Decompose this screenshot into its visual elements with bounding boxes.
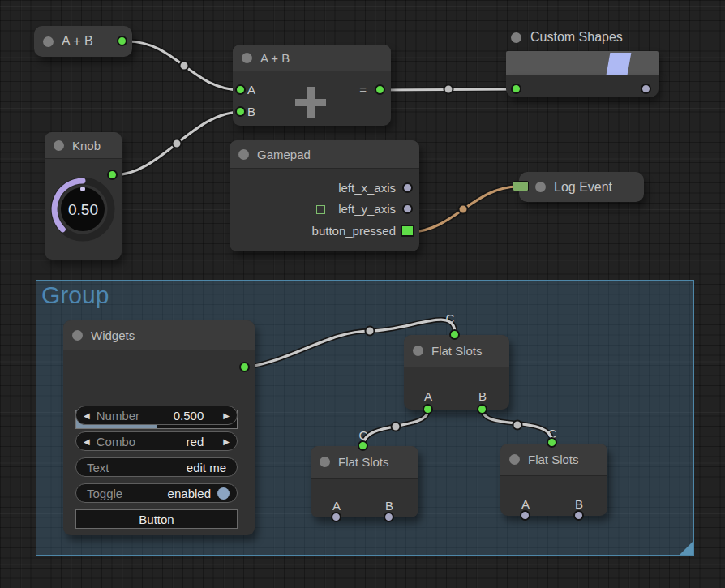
output-port-a[interactable] bbox=[331, 512, 341, 522]
link-dot[interactable] bbox=[173, 139, 182, 148]
node-custom-shapes[interactable]: Custom Shapes bbox=[506, 28, 659, 97]
output-port-left-x[interactable] bbox=[402, 182, 413, 193]
button-label: Button bbox=[139, 513, 174, 526]
input-label-a: A bbox=[247, 82, 255, 98]
event-link-dot[interactable] bbox=[459, 205, 468, 214]
number-label: Number bbox=[97, 409, 139, 423]
arrow-right-icon[interactable]: ▶ bbox=[223, 437, 230, 446]
output-port-left-y[interactable] bbox=[402, 204, 413, 214]
node-flat-slots-right[interactable]: C Flat Slots A B bbox=[500, 444, 607, 516]
combo-label: Combo bbox=[97, 435, 135, 449]
text-label: Text bbox=[87, 461, 109, 474]
output-label-b: B bbox=[474, 388, 491, 405]
combo-value: red bbox=[187, 435, 204, 449]
node-title: Log Event bbox=[554, 180, 612, 195]
link-dot[interactable] bbox=[444, 85, 453, 94]
node-log-event[interactable]: Log Event bbox=[519, 172, 644, 202]
output-port-a[interactable] bbox=[520, 510, 530, 521]
node-add-collapsed[interactable]: A + B bbox=[34, 26, 132, 57]
node-title: A + B bbox=[62, 34, 93, 49]
node-header[interactable]: Widgets bbox=[63, 320, 255, 350]
knob-indicator-icon bbox=[80, 187, 85, 191]
collapse-dot-icon[interactable] bbox=[242, 53, 252, 63]
node-title: Flat Slots bbox=[431, 344, 483, 358]
arrow-right-icon[interactable]: ▶ bbox=[223, 411, 230, 420]
event-input-port[interactable] bbox=[513, 181, 529, 191]
output-label: left_x_axis bbox=[338, 180, 396, 196]
output-port[interactable] bbox=[641, 84, 651, 94]
input-port-c[interactable] bbox=[358, 440, 368, 451]
output-port-b[interactable] bbox=[477, 404, 487, 414]
collapse-dot-icon[interactable] bbox=[413, 346, 423, 356]
output-port[interactable] bbox=[117, 36, 127, 46]
input-port-c[interactable] bbox=[547, 437, 557, 448]
number-value: 0.500 bbox=[174, 409, 204, 423]
plus-icon bbox=[295, 87, 326, 118]
output-port-b[interactable] bbox=[384, 512, 394, 522]
output-port[interactable] bbox=[239, 362, 250, 372]
link-dot[interactable] bbox=[366, 327, 375, 336]
collapse-dot-icon[interactable] bbox=[238, 149, 249, 160]
collapse-dot-icon[interactable] bbox=[54, 140, 64, 151]
node-header[interactable]: Flat Slots bbox=[404, 335, 509, 367]
knob-value: 0.50 bbox=[45, 201, 122, 219]
output-label: = bbox=[350, 82, 367, 98]
node-title: Custom Shapes bbox=[530, 30, 623, 45]
node-header[interactable]: Flat Slots bbox=[500, 444, 607, 476]
input-port-a[interactable] bbox=[235, 84, 246, 95]
node-widgets[interactable]: Widgets Slider 0.500 ◀ Number 0.500 ▶ ◀ … bbox=[63, 320, 255, 535]
arrow-left-icon[interactable]: ◀ bbox=[84, 411, 90, 420]
node-header[interactable]: Flat Slots bbox=[311, 446, 418, 479]
node-title: Knob bbox=[72, 139, 101, 152]
input-label-b: B bbox=[247, 104, 255, 120]
text-widget[interactable]: Text edit me bbox=[75, 457, 238, 477]
node-knob[interactable]: Knob 0.50 bbox=[45, 132, 122, 260]
collapse-dot-icon[interactable] bbox=[72, 330, 83, 341]
output-port-event[interactable] bbox=[401, 225, 414, 237]
custom-draw-band bbox=[506, 51, 659, 75]
collapse-dot-icon[interactable] bbox=[509, 454, 520, 465]
node-add[interactable]: A + B A B = bbox=[233, 45, 391, 126]
toggle-value: enabled bbox=[168, 487, 211, 500]
node-header[interactable]: Custom Shapes bbox=[506, 28, 659, 47]
node-header[interactable]: A + B bbox=[233, 45, 391, 71]
collapse-dot-icon[interactable] bbox=[511, 32, 521, 43]
input-port[interactable] bbox=[511, 84, 521, 94]
output-port-a[interactable] bbox=[423, 404, 433, 414]
number-widget[interactable]: ◀ Number 0.500 ▶ bbox=[75, 406, 238, 425]
input-label-c: C bbox=[444, 311, 457, 327]
combo-widget[interactable]: ◀ Combo red ▶ bbox=[75, 431, 238, 451]
parallelogram-shape-icon bbox=[607, 53, 632, 75]
toggle-widget[interactable]: Toggle enabled bbox=[75, 483, 238, 503]
output-port[interactable] bbox=[107, 170, 118, 180]
node-header[interactable]: Knob bbox=[45, 132, 122, 159]
output-label-a: A bbox=[420, 388, 436, 405]
collapse-dot-icon[interactable] bbox=[535, 182, 546, 192]
node-title: A + B bbox=[260, 51, 290, 65]
output-label: button_pressed bbox=[312, 223, 396, 239]
toggle-knob-icon[interactable] bbox=[217, 487, 230, 500]
link-dot[interactable] bbox=[513, 421, 522, 430]
node-body[interactable] bbox=[506, 75, 659, 97]
link-dot[interactable] bbox=[180, 62, 189, 71]
output-port[interactable] bbox=[375, 84, 385, 95]
node-flat-slots-left[interactable]: C Flat Slots A B bbox=[311, 446, 418, 517]
collapse-dot-icon[interactable] bbox=[320, 457, 330, 467]
node-title: Flat Slots bbox=[528, 453, 579, 466]
button-widget[interactable]: Button bbox=[75, 509, 238, 529]
input-port-c[interactable] bbox=[449, 329, 460, 340]
node-gamepad[interactable]: Gamepad left_x_axis left_y_axis button_p… bbox=[230, 140, 419, 251]
node-title: Widgets bbox=[91, 328, 135, 342]
output-label: left_y_axis bbox=[338, 201, 396, 217]
arrow-left-icon[interactable]: ◀ bbox=[84, 437, 90, 446]
toggle-square-icon[interactable] bbox=[316, 205, 325, 214]
output-port-b[interactable] bbox=[573, 510, 584, 521]
node-header[interactable]: Gamepad bbox=[230, 140, 419, 169]
toggle-label: Toggle bbox=[87, 487, 122, 500]
node-flat-slots-top[interactable]: C Flat Slots A B bbox=[404, 335, 509, 410]
text-value: edit me bbox=[187, 461, 226, 474]
link-dot[interactable] bbox=[392, 423, 401, 431]
collapse-dot-icon[interactable] bbox=[43, 36, 54, 47]
input-port-b[interactable] bbox=[235, 106, 246, 117]
node-graph-canvas[interactable]: Group bbox=[0, 0, 725, 588]
